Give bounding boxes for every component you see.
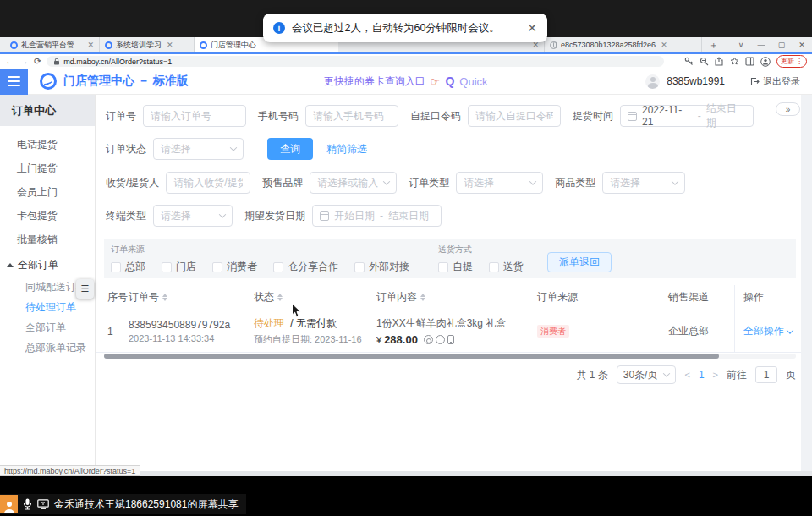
checkbox-store[interactable]: 门店 xyxy=(162,260,196,274)
right-gutter xyxy=(801,95,812,471)
page-size-select[interactable]: 30条/页 xyxy=(617,365,677,384)
order-type-select[interactable]: 请选择 xyxy=(456,172,543,194)
goto-page-input[interactable] xyxy=(755,366,777,383)
sidebar-item-phone-pickup[interactable]: 电话提货 xyxy=(0,133,95,156)
sidebar-sub-pending-orders[interactable]: 待处理订单 xyxy=(0,297,95,317)
sort-icon[interactable] xyxy=(420,294,425,301)
browser-update-button[interactable]: 更新 ⋮ xyxy=(776,55,807,68)
receiver-input[interactable] xyxy=(166,172,250,194)
user-avatar[interactable] xyxy=(645,74,660,89)
header-source: 订单来源 xyxy=(537,290,668,305)
checkbox-external[interactable]: 外部对接 xyxy=(354,260,409,274)
close-window-button[interactable]: ✕ xyxy=(792,41,812,49)
sort-icon[interactable] xyxy=(277,294,283,301)
order-status-select[interactable]: 请选择 xyxy=(153,138,244,160)
logout-button[interactable]: 退出登录 xyxy=(750,75,800,88)
quick-entry-link[interactable]: 更快捷的券卡查询入口 xyxy=(324,74,425,89)
reload-button[interactable]: ⟳ xyxy=(34,57,41,66)
sort-icon[interactable] xyxy=(162,294,167,301)
sidebar-item-batch-verify[interactable]: 批量核销 xyxy=(0,228,95,251)
window-controls: ∨ — ▢ ✕ xyxy=(731,37,812,52)
user-zone: 8385wb1991 退出登录 xyxy=(645,74,812,89)
tab-search-chevron-icon[interactable]: ∨ xyxy=(731,41,751,49)
simple-filter-link[interactable]: 精简筛选 xyxy=(326,142,367,156)
order-no-input[interactable] xyxy=(143,105,246,127)
tab-hash[interactable]: e8c573080b1328a258fd2e6 ✕ xyxy=(545,37,702,52)
checkbox-warehouse-share[interactable]: 仓分享合作 xyxy=(273,260,338,274)
sidebar-item-card-pickup[interactable]: 卡包提货 xyxy=(0,204,95,228)
cell-order-no: 83859345088979792a 2023-11-13 14:33:34 xyxy=(129,319,254,343)
bookmark-star-icon[interactable] xyxy=(730,57,739,66)
tab-close-icon[interactable]: ✕ xyxy=(167,41,173,49)
sidebar-group-all-orders[interactable]: 全部订单 xyxy=(0,253,95,277)
checkbox-consumer[interactable]: 消费者 xyxy=(212,260,257,274)
new-tab-button[interactable]: ＋ xyxy=(702,37,725,52)
dispatch-return-button[interactable]: 派单退回 xyxy=(547,252,612,272)
quick-label[interactable]: Quick xyxy=(459,75,487,88)
kebab-menu-icon[interactable]: ⋮ xyxy=(796,58,803,65)
profile-avatar-icon[interactable] xyxy=(760,57,771,67)
total-count: 共 1 条 xyxy=(576,368,607,382)
all-actions-dropdown[interactable]: 全部操作 xyxy=(743,324,793,338)
table-row[interactable]: 1 83859345088979792a 2023-11-13 14:33:34… xyxy=(96,310,801,353)
filter-row-4: 终端类型 请选择 期望发货日期 开始日期 - 结束日期 xyxy=(106,205,442,227)
address-bar[interactable]: md.maboy.cn/AllOrder?status=1 xyxy=(47,56,664,67)
goods-type-select[interactable]: 请选择 xyxy=(602,172,685,194)
hamburger-menu-button[interactable] xyxy=(0,69,28,95)
forward-button[interactable]: → xyxy=(19,57,29,66)
phone-label: 手机号码 xyxy=(258,109,299,124)
tab-training[interactable]: 系统培训学习 ✕ xyxy=(100,37,195,52)
sidebar-item-member-visit[interactable]: 会员上门 xyxy=(0,180,95,204)
pickup-time-daterange[interactable]: 2022-11-21 - 结束日期 xyxy=(620,105,754,127)
share-icon[interactable] xyxy=(715,57,724,66)
prev-page-button[interactable]: < xyxy=(684,370,689,380)
current-page[interactable]: 1 xyxy=(699,369,705,381)
checkbox-icon[interactable] xyxy=(489,262,499,272)
reading-mode-icon[interactable] xyxy=(745,57,754,66)
sidebar-collapse-handle[interactable]: ☰ xyxy=(76,279,94,299)
checkbox-self-pickup[interactable]: 自提 xyxy=(438,260,473,274)
expect-daterange[interactable]: 开始日期 - 结束日期 xyxy=(312,205,442,227)
header-order-no[interactable]: 订单号 xyxy=(129,290,254,305)
terminal-type-select[interactable]: 请选择 xyxy=(153,205,233,227)
banner-close-icon[interactable]: ✕ xyxy=(527,21,537,35)
header-content[interactable]: 订单内容 xyxy=(376,290,537,305)
sidebar-sub-all-orders[interactable]: 全部订单 xyxy=(0,317,95,338)
horizontal-scrollbar-thumb[interactable] xyxy=(104,354,719,359)
header-status[interactable]: 状态 xyxy=(254,290,376,305)
order-price: 288.00 xyxy=(384,333,418,346)
checkbox-icon[interactable] xyxy=(212,262,222,272)
checkbox-delivery[interactable]: 送货 xyxy=(489,260,524,274)
horizontal-scrollbar-track[interactable] xyxy=(104,354,796,359)
update-label: 更新 xyxy=(781,57,794,66)
sidebar-sub-hq-dispatch-log[interactable]: 总部派单记录 xyxy=(0,338,95,358)
order-no-label: 订单号 xyxy=(106,109,136,124)
filter-collapse-button[interactable]: » xyxy=(776,102,800,116)
tab-close-icon[interactable]: ✕ xyxy=(87,41,94,49)
pickup-code-input[interactable] xyxy=(468,105,561,127)
order-source-title: 订单来源 xyxy=(111,244,409,255)
filter-row-1: 订单号 手机号码 自提口令码 提货时间 2022-11-21 - 结束日期 xyxy=(106,105,754,127)
checkbox-hq[interactable]: 总部 xyxy=(111,260,145,274)
maximize-button[interactable]: ▢ xyxy=(771,41,792,49)
checkbox-icon[interactable] xyxy=(111,262,121,272)
checkbox-icon[interactable] xyxy=(438,262,448,272)
next-page-button[interactable]: > xyxy=(713,370,718,380)
brand-select[interactable]: 请选择或输入 xyxy=(310,172,397,194)
calendar-icon xyxy=(320,211,329,221)
sidebar-item-door-pickup[interactable]: 上门提货 xyxy=(0,156,95,180)
minimize-button[interactable]: — xyxy=(751,41,771,49)
cell-status: 待处理 / 无需付款 预约自提日期: 2023-11-16 xyxy=(254,316,376,346)
checkbox-icon[interactable] xyxy=(273,262,283,272)
back-button[interactable]: ← xyxy=(5,57,14,66)
phone-input[interactable] xyxy=(305,105,398,127)
zoom-icon[interactable] xyxy=(700,57,709,66)
quick-q-icon[interactable]: Q xyxy=(445,74,454,88)
password-key-icon[interactable] xyxy=(684,57,694,66)
tab-gift-platform[interactable]: 礼盒营销平台管理中心 ✕ xyxy=(5,37,100,52)
checkbox-icon[interactable] xyxy=(162,262,172,272)
checkbox-icon[interactable] xyxy=(354,262,365,272)
search-button[interactable]: 查询 xyxy=(267,138,313,160)
screen: 礼盒营销平台管理中心 ✕ 系统培训学习 ✕ 门店管理中心 ✕ e8c573080… xyxy=(0,0,812,516)
tab-close-icon[interactable]: ✕ xyxy=(661,41,667,49)
